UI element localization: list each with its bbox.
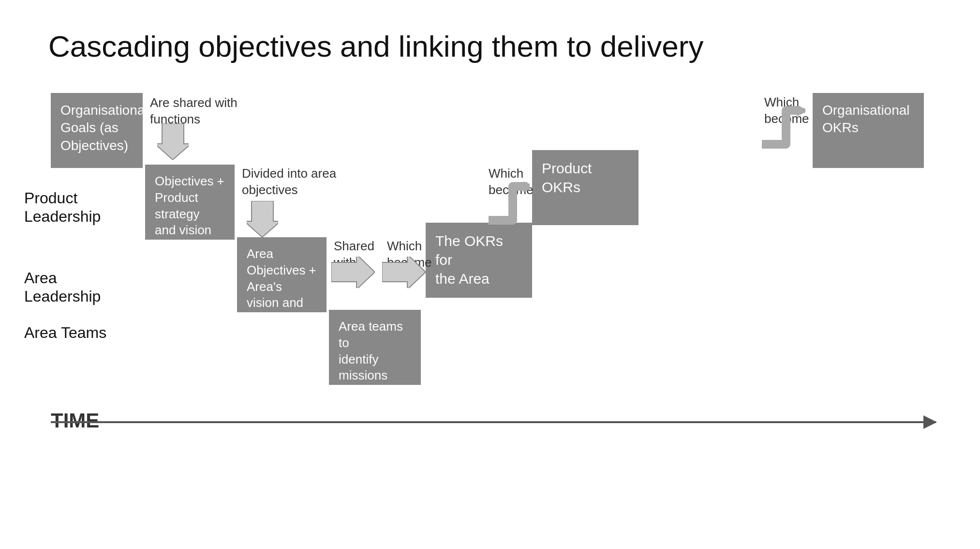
area-objectives-box: Area Objectives + Area's vision and purp…	[237, 237, 327, 312]
time-arrow	[51, 421, 936, 423]
svg-marker-3	[382, 257, 426, 288]
org-okrs-box: Organisational OKRs	[813, 93, 924, 168]
svg-marker-5	[797, 106, 805, 116]
are-shared-annotation: Are shared withfunctions	[150, 95, 238, 128]
svg-marker-0	[157, 123, 189, 160]
area-leadership-label: AreaLeadership	[24, 269, 101, 306]
arrow-corner-org	[762, 106, 805, 149]
svg-marker-4	[523, 182, 530, 192]
arrow-right-which-become-area	[382, 257, 426, 288]
time-label: TIME	[51, 409, 99, 432]
arrow-right-shared	[331, 257, 375, 288]
product-okrs-box: Product OKRs	[532, 150, 638, 225]
svg-marker-1	[247, 201, 278, 237]
arrow-corner-product	[489, 182, 530, 225]
divided-into-annotation: Divided into areaobjectives	[242, 166, 336, 198]
area-teams-label: Area Teams	[24, 323, 106, 342]
arrow-down-product	[247, 201, 278, 237]
area-okrs-box: The OKRs for the Area	[426, 223, 532, 298]
page-title: Cascading objectives and linking them to…	[48, 29, 703, 63]
product-objectives-box: Objectives + Product strategy and vision	[145, 165, 235, 240]
arrow-down-org	[157, 123, 189, 160]
svg-marker-2	[331, 257, 375, 288]
area-teams-box: Area teams to identify missions and key …	[329, 310, 421, 385]
org-goals-box: Organisational Goals (as Objectives)	[51, 93, 143, 168]
product-leadership-label: ProductLeadership	[24, 189, 101, 226]
